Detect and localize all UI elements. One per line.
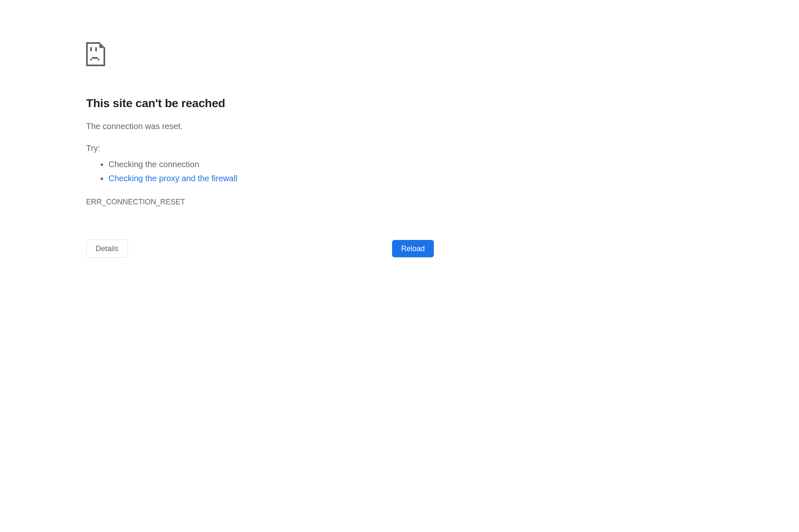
error-code: ERR_CONNECTION_RESET [86,198,434,206]
svg-rect-6 [98,59,99,60]
details-button[interactable]: Details [86,240,128,258]
reload-button[interactable]: Reload [392,240,434,257]
svg-rect-4 [92,57,98,59]
svg-rect-1 [103,46,103,47]
error-summary: The connection was reset. [86,122,434,131]
svg-rect-3 [95,47,97,51]
svg-rect-5 [90,59,92,60]
error-title: This site can't be reached [86,97,434,110]
suggestion-item: Checking the proxy and the firewall [108,171,434,185]
sad-page-icon [86,42,434,68]
try-label: Try: [86,144,434,153]
suggestions-list: Checking the connection Checking the pro… [108,157,434,185]
error-page: This site can't be reached The connectio… [86,0,434,258]
button-row: Details Reload [86,240,434,258]
suggestion-item: Checking the connection [108,157,434,171]
svg-rect-2 [90,47,92,51]
proxy-firewall-link[interactable]: Checking the proxy and the firewall [108,174,237,183]
svg-rect-0 [101,44,102,46]
suggestion-text: Checking the connection [108,160,199,169]
